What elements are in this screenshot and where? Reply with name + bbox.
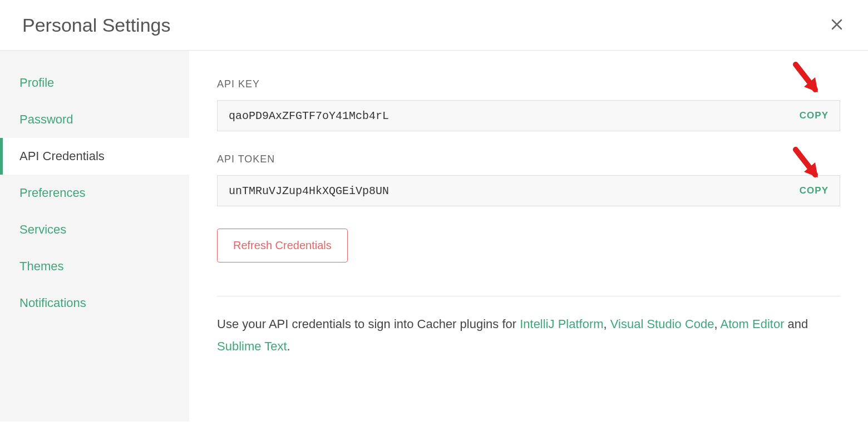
sidebar-item-profile[interactable]: Profile bbox=[0, 65, 189, 101]
api-token-copy-button[interactable]: COPY bbox=[800, 185, 828, 196]
api-key-label: API KEY bbox=[217, 78, 840, 90]
sidebar-item-api-credentials[interactable]: API Credentials bbox=[0, 138, 189, 175]
api-token-value: unTMRuVJZup4HkXQGEiVp8UN bbox=[229, 185, 389, 197]
api-key-copy-button[interactable]: COPY bbox=[800, 110, 828, 121]
close-button[interactable] bbox=[828, 14, 846, 36]
sidebar-item-themes[interactable]: Themes bbox=[0, 248, 189, 285]
sidebar: Profile Password API Credentials Prefere… bbox=[0, 51, 189, 422]
api-key-box: qaoPD9AxZFGTF7oY41Mcb4rL COPY bbox=[217, 100, 840, 131]
help-text: Use your API credentials to sign into Ca… bbox=[217, 313, 840, 357]
link-intellij[interactable]: IntelliJ Platform bbox=[520, 317, 603, 331]
help-sep3: and bbox=[784, 317, 808, 331]
link-vscode[interactable]: Visual Studio Code bbox=[610, 317, 714, 331]
help-sep2: , bbox=[714, 317, 721, 331]
close-icon bbox=[830, 15, 844, 35]
help-suffix: . bbox=[287, 339, 290, 353]
api-key-group: API KEY qaoPD9AxZFGTF7oY41Mcb4rL COPY bbox=[217, 78, 840, 131]
help-sep1: , bbox=[604, 317, 610, 331]
refresh-credentials-button[interactable]: Refresh Credentials bbox=[217, 229, 348, 262]
header: Personal Settings bbox=[0, 0, 868, 51]
sidebar-item-preferences[interactable]: Preferences bbox=[0, 175, 189, 211]
api-token-box: unTMRuVJZup4HkXQGEiVp8UN COPY bbox=[217, 175, 840, 206]
main-content: API KEY qaoPD9AxZFGTF7oY41Mcb4rL COPY AP… bbox=[189, 51, 868, 422]
api-token-group: API TOKEN unTMRuVJZup4HkXQGEiVp8UN COPY bbox=[217, 153, 840, 206]
link-atom[interactable]: Atom Editor bbox=[721, 317, 785, 331]
sidebar-item-password[interactable]: Password bbox=[0, 101, 189, 138]
page-title: Personal Settings bbox=[22, 14, 171, 36]
sidebar-item-services[interactable]: Services bbox=[0, 211, 189, 248]
sidebar-item-notifications[interactable]: Notifications bbox=[0, 285, 189, 321]
api-token-label: API TOKEN bbox=[217, 153, 840, 165]
link-sublime[interactable]: Sublime Text bbox=[217, 339, 287, 353]
api-key-value: qaoPD9AxZFGTF7oY41Mcb4rL bbox=[229, 110, 389, 122]
help-prefix: Use your API credentials to sign into Ca… bbox=[217, 317, 520, 331]
divider bbox=[217, 296, 840, 296]
